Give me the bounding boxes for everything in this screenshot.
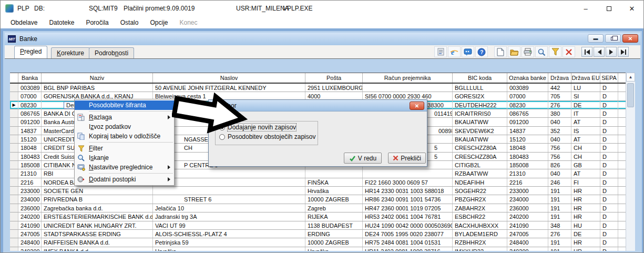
table-row[interactable]: 241090UNICREDIT BANK HUNGARY ZRT.VACI UT… [10,221,630,230]
cell-sepa[interactable]: D [600,230,618,238]
cell-naslov[interactable] [153,169,305,177]
cell-banka[interactable]: 07000 [18,92,42,100]
cell-sepa[interactable]: D [600,221,618,229]
cell-posta[interactable]: Zagreb [305,204,363,212]
cell-oznaka[interactable]: 15120 [507,135,548,143]
cell-oznaka[interactable]: 234000 [507,195,548,203]
cell-banka[interactable]: 241090 [18,221,42,229]
minimize-icon[interactable]: ▬ [588,34,604,43]
banke-titlebar[interactable]: MIT Banke ▬ ✕ [5,33,640,45]
cell-bic[interactable]: RZBAATWW [453,169,507,177]
table-row[interactable]: 003089BGL BNP PARIBAS50 AVENUE JOHN FITZ… [10,84,630,92]
cell-banka[interactable]: 233000 [18,187,42,195]
cell-sepa[interactable]: D [600,195,618,203]
cell-bic[interactable]: RZBHHR2X [453,238,507,246]
cell-oznaka[interactable]: 14837 [507,127,548,135]
cell-naziv[interactable]: UNICREDIT BANK HUNGARY ZRT. [42,221,153,229]
cell-bic[interactable]: DEUTDEHH222 [453,101,507,109]
row-selector[interactable] [10,153,18,160]
cell-sepa[interactable]: D [600,84,618,92]
table-row[interactable]: 233000SOCIETE GENHrvaškaHR14 2330 0031 1… [10,187,630,195]
cell-naslov[interactable]: STREET 6 [153,195,305,203]
cell-drzava[interactable]: 705 [548,92,571,100]
cell-sepa[interactable]: D [600,161,618,169]
menu-item[interactable]: Kopiraj tabelo v odložišče [75,131,174,141]
cell-racun[interactable]: HR75 2484 0081 1004 01531 [363,238,453,246]
browser-icon[interactable]: e [448,46,461,57]
row-selector[interactable] [10,230,18,238]
cell-naziv[interactable]: Zagrebačka banka d.d. [42,204,153,212]
menu-ostalo[interactable]: Ostalo [115,17,145,28]
cell-naslov[interactable]: Jelačića 10 [153,204,305,212]
cell-sepa[interactable]: D [600,101,618,109]
cell-naziv[interactable]: PRIVREDNA B [42,195,153,203]
cell-racun[interactable]: DE24 7005 1995 0020 238077 [363,230,453,238]
open-icon[interactable] [508,46,520,57]
cell-banka[interactable]: 14837 [18,127,42,135]
cell-bic[interactable]: SKEVDEW6K2 [453,127,507,135]
cell-naslov[interactable]: Petrinjska 59 [153,238,305,246]
cell-banka[interactable]: 21310 [18,169,42,177]
menu-item[interactable]: Razlaga [75,113,174,122]
menu-opcije[interactable]: Opcije [144,17,173,28]
tab-pregled[interactable]: Pregled [14,46,47,58]
search-icon[interactable] [535,46,548,57]
cell-posta[interactable]: 10000 ZAGREB [305,238,363,246]
cell-naziv[interactable]: ERSTE&STERIERMARKISCHE BANK d.d. [42,212,153,220]
row-selector[interactable] [10,212,18,220]
menu-item[interactable]: Izvoz podatkov [75,122,174,131]
cell-banka[interactable]: 240200 [18,212,42,220]
cell-drzava[interactable]: 246 [548,178,571,186]
cell-drzava_eu[interactable]: AT [571,169,600,177]
cell-bic[interactable]: CITIGB2L [453,161,507,169]
table-row[interactable]: 248400RAIFFEISEN BANKA d.d.Petrinjska 59… [10,238,630,247]
table-header[interactable]: BankaNazivNaslovPoštaRačun prejemnikaBIC… [10,73,630,84]
cell-drzava[interactable]: 756 [548,144,571,151]
row-selector[interactable] [10,238,18,246]
cell-banka[interactable]: 236000 [18,204,42,212]
cell-drzava[interactable]: 348 [548,221,571,229]
cell-bic[interactable]: BGLLLULL [453,84,507,92]
last-record-icon[interactable] [618,47,629,57]
column-header-drzava_eu[interactable]: Država EU [571,73,600,83]
menu-item[interactable]: Filter [75,144,174,153]
cell-drzava_eu[interactable]: AT [571,118,600,126]
cell-naziv[interactable]: STADTSPARKASSE ERDING [42,230,153,238]
cell-banka[interactable]: 18048 [18,144,42,151]
cell-drzava[interactable]: 442 [548,84,571,92]
cell-racun[interactable]: HR47 2360 0001 1019 07205 [363,204,453,212]
menu-item[interactable]: Dodatni postopki [75,175,174,184]
scroll-up-icon[interactable]: ▲ [626,73,635,82]
menu-poročila[interactable]: Poročila [80,17,114,28]
horizontal-scrollbar[interactable] [5,251,640,253]
cell-sepa[interactable]: D [600,118,618,126]
maximize-icon[interactable] [597,1,620,16]
row-selector[interactable] [10,118,18,126]
cell-naslov[interactable]: VACI UT 99 [153,221,305,229]
cell-sepa[interactable]: D [600,144,618,151]
cell-racun[interactable]: HR14 2330 0031 1003 588018 [363,187,453,195]
ok-button[interactable]: V redu [344,153,382,164]
cell-bic[interactable]: CRESCHZZ80A [453,144,507,151]
scrollbar-thumb[interactable] [627,83,634,107]
cell-drzava_eu[interactable]: LU [571,84,600,92]
cell-drzava_eu[interactable]: SI [571,92,600,100]
row-selector[interactable] [10,178,18,186]
cell-oznaka[interactable]: 241090 [507,221,548,229]
cell-drzava_eu[interactable]: DE [571,230,600,238]
table-row[interactable]: 236000Zagrebačka banka d.d.Jelačića 10Za… [10,204,630,212]
menu-obdelave[interactable]: Obdelave [5,17,43,28]
cell-drzava[interactable]: 191 [548,195,571,203]
cell-bic[interactable]: CRESCHZZ80A [453,153,507,160]
cell-drzava[interactable]: 191 [548,238,571,246]
cell-bic[interactable]: BACXHUHBXXX [453,221,507,229]
cell-oznaka[interactable]: 240200 [507,212,548,220]
row-selector[interactable] [10,204,18,212]
cell-bic[interactable]: NDEAFIHH [453,178,507,186]
cell-oznaka[interactable]: 08230 [507,101,548,109]
cell-naslov[interactable]: 50 AVENUE JOHN FITZGERAL KENNEDY [153,84,305,92]
cell-bic[interactable]: ICRAITRRIS0 [453,109,507,117]
cell-posta[interactable]: Hrvaška [305,187,363,195]
cell-racun[interactable]: HR86 2340 0091 1001 54736 [363,195,453,203]
cell-sepa[interactable]: D [600,135,618,143]
